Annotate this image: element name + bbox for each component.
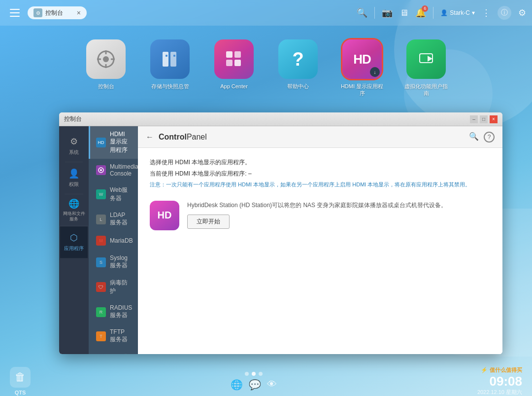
- sidebar-item-network[interactable]: 🌐 网络和文件服务: [59, 194, 89, 226]
- clock-time: 09:08: [490, 375, 523, 388]
- menu-item-multimedia[interactable]: Multimedia Console: [89, 159, 138, 181]
- tab-label: 控制台: [45, 9, 63, 17]
- menu-item-ntp[interactable]: N NTP服务器: [89, 348, 138, 354]
- desktop-icon-hdmi[interactable]: HD ↓ HDMI 显示应用程序: [337, 39, 387, 97]
- dot-2[interactable]: [252, 372, 256, 376]
- panel-search-icon[interactable]: 🔍: [469, 132, 479, 143]
- user-avatar-icon: 👤: [440, 9, 448, 16]
- watermark: ⚡ 值什么值得买: [481, 366, 522, 374]
- menu-button[interactable]: [6, 4, 24, 22]
- app-entry-hdstation: HD HybridDesk Station (HD Station)可以将您的 …: [150, 201, 491, 230]
- notification-icon[interactable]: 🔔 6: [415, 7, 426, 18]
- hdmi-menu-icon: HD: [96, 138, 106, 147]
- syslog-menu-icon: S: [96, 257, 106, 267]
- taskbar-right: 🔍 📷 🖥 🔔 6 👤 Stark-C ▾ ⋮ ⓘ ⚙: [357, 6, 526, 20]
- watermark-icon: ⚡: [481, 367, 488, 373]
- taskbar-top: ⚙ 控制台 × 🔍 📷 🖥 🔔 6 👤 Stark-C ▾ ⋮ ⓘ ⚙: [0, 0, 532, 26]
- taskbar-left: ⚙ 控制台 ×: [6, 4, 357, 22]
- menu-item-hdmi[interactable]: HD HDMI 显示应用程序: [89, 126, 138, 159]
- dot-1[interactable]: [245, 372, 249, 376]
- trash-area[interactable]: 🗑 QTS: [10, 367, 31, 396]
- window-body: ⚙ 系统 👤 权限 🌐 网络和文件服务 ⬡ 应用程序: [59, 126, 502, 354]
- start-button[interactable]: 立即开始: [187, 215, 230, 229]
- sidebar-menu: HD HDMI 显示应用程序 Multimedia Console W Web服…: [89, 126, 138, 354]
- menu-item-tftp[interactable]: T TFTP 服务器: [89, 324, 138, 348]
- sidebar-item-privileges[interactable]: 👤 权限: [65, 162, 83, 194]
- sidebar-item-apps[interactable]: ⬡ 应用程序: [60, 226, 88, 258]
- content-heading1: 选择使用 HDMI 本地显示的应用程序。: [150, 158, 491, 167]
- menu-mariadb-label: MariaDB: [110, 237, 133, 244]
- panel-title: ControlPanel: [159, 133, 207, 142]
- help-icon-wrap: ?: [278, 39, 318, 79]
- panel-help-icon[interactable]: ?: [484, 132, 495, 143]
- help-label: 帮助中心: [287, 83, 309, 90]
- bottom-center: 🌐 💬 👁: [231, 372, 277, 391]
- content-note: 注意：一次只能有一个应用程序使用 HDMI 本地显示，如果在另一个应用程序上启用…: [150, 180, 491, 189]
- sidebar-combined: ⚙ 系统 👤 权限 🌐 网络和文件服务 ⬡ 应用程序: [59, 126, 138, 354]
- desktop-icon-help[interactable]: ? 帮助中心: [273, 39, 323, 97]
- close-button[interactable]: ×: [490, 115, 498, 123]
- desktop-icons: 控制台 存储与快照总管 App Center ?: [0, 35, 532, 102]
- desktop-icon-appcenter[interactable]: App Center: [209, 39, 259, 97]
- sidebar-item-system[interactable]: ⚙ 系统: [65, 130, 83, 162]
- content-heading2: 当前使用 HDMI 本地显示的应用程序: –: [150, 169, 491, 179]
- network-label: 网络和文件服务: [61, 211, 87, 222]
- tftp-menu-icon: T: [96, 331, 106, 341]
- more-icon[interactable]: ⋮: [482, 7, 491, 18]
- panel-title-bold: Control: [159, 133, 187, 141]
- desktop-icon-control[interactable]: 控制台: [81, 39, 131, 97]
- settings-icon[interactable]: ⚙: [518, 7, 526, 18]
- menu-tftp-label: TFTP 服务器: [110, 328, 132, 344]
- storage-icon-wrap: [150, 39, 190, 79]
- storage-label: 存储与快照总管: [151, 83, 189, 90]
- watermark-text: 值什么值得买: [490, 366, 522, 374]
- world-icon[interactable]: 🌐: [231, 379, 243, 391]
- monitor-icon[interactable]: 🖥: [399, 8, 408, 18]
- tab-icon: ⚙: [33, 8, 42, 17]
- svg-rect-8: [166, 55, 167, 57]
- appcenter-icon-wrap: [214, 39, 254, 79]
- search-icon[interactable]: 🔍: [357, 7, 367, 18]
- app-info: HybridDesk Station (HD Station)可以将您的 NAS…: [187, 201, 447, 229]
- menu-item-mariadb[interactable]: M MariaDB: [89, 231, 138, 250]
- pagination-dots: [245, 372, 263, 376]
- desktop-icon-virtual[interactable]: 虚拟化功能用户指南: [401, 39, 451, 97]
- svg-rect-12: [226, 60, 233, 66]
- menu-item-radius[interactable]: R RADIUS 服务器: [89, 300, 138, 324]
- tab-close-button[interactable]: ×: [77, 9, 81, 17]
- menu-item-webserver[interactable]: W Web服务器: [89, 181, 138, 207]
- privileges-icon: 👤: [68, 168, 79, 179]
- network-icon: 🌐: [68, 198, 79, 209]
- chat-icon[interactable]: 💬: [249, 379, 261, 391]
- menu-ntp-label: NTP服务器: [110, 353, 132, 354]
- notif-count: 6: [422, 5, 428, 12]
- radius-menu-icon: R: [96, 307, 106, 317]
- back-button[interactable]: ←: [146, 133, 154, 142]
- maximize-button[interactable]: □: [480, 115, 488, 123]
- app-logo: HD: [150, 201, 179, 230]
- virtual-icon-wrap: [406, 39, 446, 79]
- dot-3[interactable]: [259, 372, 263, 376]
- eye-icon[interactable]: 👁: [267, 379, 277, 391]
- svg-point-1: [103, 56, 109, 62]
- bottom-right: ⚡ 值什么值得买 09:08 2022.12.10 星期六: [477, 366, 522, 396]
- tab-control-panel[interactable]: ⚙ 控制台 ×: [28, 6, 87, 19]
- menu-item-syslog[interactable]: S Syslog 服务器: [89, 250, 138, 274]
- clock-date: 2022.12.10 星期六: [477, 389, 522, 396]
- menu-item-antivirus[interactable]: 🛡 病毒防护: [89, 274, 138, 300]
- menu-syslog-label: Syslog 服务器: [110, 254, 132, 270]
- control-label: 控制台: [98, 83, 114, 90]
- menu-webserver-label: Web服务器: [110, 186, 132, 203]
- main-content: 选择使用 HDMI 本地显示的应用程序。 当前使用 HDMI 本地显示的应用程序…: [138, 148, 502, 354]
- apps-icon: ⬡: [70, 232, 78, 243]
- svg-rect-7: [170, 52, 176, 67]
- camera-icon[interactable]: 📷: [382, 7, 393, 18]
- ldap-menu-icon: L: [96, 215, 106, 224]
- window-controls: – □ ×: [470, 115, 498, 123]
- desktop-icon-storage[interactable]: 存储与快照总管: [145, 39, 195, 97]
- minimize-button[interactable]: –: [470, 115, 478, 123]
- user-menu[interactable]: 👤 Stark-C ▾: [440, 9, 475, 16]
- menu-item-ldap[interactable]: L LDAP 服务器: [89, 207, 138, 231]
- info-icon[interactable]: ⓘ: [498, 6, 511, 20]
- taskbar-bottom: 🗑 QTS 🌐 💬 👁 ⚡ 值什么值得买 09:08 2022.12.10 星期…: [0, 366, 532, 396]
